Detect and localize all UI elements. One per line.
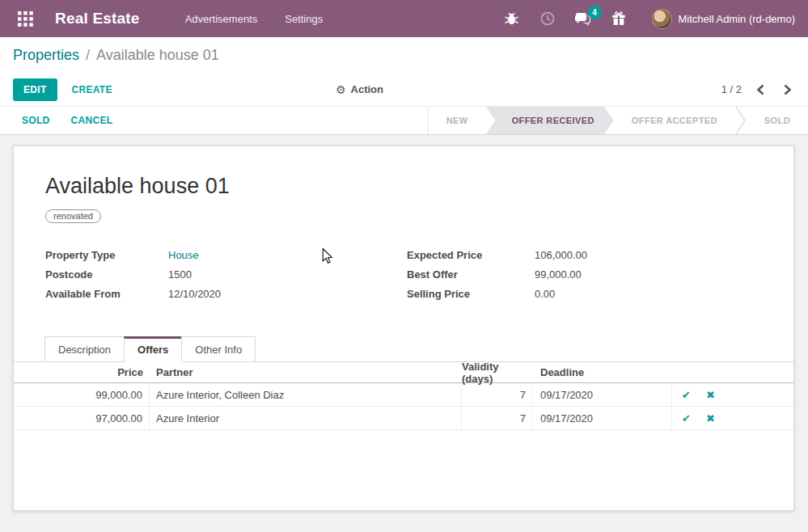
- action-label: Action: [351, 83, 383, 95]
- breadcrumb-current: Available house 01: [96, 47, 219, 64]
- field-postcode: Postcode 1500: [45, 264, 398, 284]
- debug-button[interactable]: [498, 5, 526, 32]
- offers-table-header: Price Partner Validity (days) Deadline: [14, 362, 793, 383]
- field-label: Expected Price: [407, 249, 535, 261]
- offers-table: Price Partner Validity (days) Deadline 9…: [14, 362, 793, 430]
- menu-advertisements[interactable]: Advertisements: [185, 13, 258, 25]
- offer-actions: ✔ ✖: [672, 383, 793, 406]
- tab-offers[interactable]: Offers: [124, 336, 182, 362]
- pager-next-button[interactable]: [780, 81, 795, 99]
- control-panel: EDIT CREATE ⚙ Action 1 / 2: [0, 73, 808, 106]
- field-group-left: Property Type House Postcode 1500 Availa…: [45, 245, 398, 303]
- tab-other-info[interactable]: Other Info: [181, 336, 256, 362]
- chevron-right-icon: [783, 84, 792, 95]
- apps-menu-button[interactable]: [13, 6, 37, 31]
- field-label: Property Type: [45, 249, 168, 261]
- breadcrumb: Properties / Available house 01: [0, 37, 808, 73]
- header-deadline[interactable]: Deadline: [533, 362, 672, 382]
- create-button[interactable]: CREATE: [72, 84, 112, 95]
- offer-row[interactable]: 99,000.00 Azure Interior, Colleen Diaz 7…: [14, 383, 793, 407]
- refuse-offer-icon[interactable]: ✖: [706, 390, 715, 400]
- menu-settings[interactable]: Settings: [285, 13, 323, 25]
- pager-previous-button[interactable]: [753, 81, 768, 99]
- field-expected-price: Expected Price 106,000.00: [407, 245, 759, 264]
- messages-button[interactable]: 4: [569, 5, 597, 32]
- header-validity[interactable]: Validity (days): [462, 362, 533, 382]
- top-navbar: Real Estate Advertisements Settings: [0, 0, 808, 37]
- breadcrumb-separator: /: [86, 47, 90, 64]
- accept-offer-icon[interactable]: ✔: [682, 413, 691, 424]
- field-label: Best Offer: [407, 268, 535, 281]
- messages-count-badge: 4: [588, 6, 602, 19]
- field-label: Available From: [45, 288, 168, 300]
- gift-icon: [611, 11, 626, 26]
- property-type-link[interactable]: House: [168, 249, 199, 261]
- offer-partner: Azure Interior, Colleen Diaz: [150, 383, 462, 406]
- postcode-value: 1500: [168, 268, 192, 281]
- offer-price: 97,000.00: [14, 407, 150, 429]
- accept-offer-icon[interactable]: ✔: [682, 390, 691, 400]
- field-label: Selling Price: [407, 288, 535, 300]
- user-name: Mitchell Admin (rd-demo): [679, 13, 796, 25]
- gift-button[interactable]: [605, 5, 632, 32]
- property-tag[interactable]: renovated: [45, 209, 101, 223]
- form-view: Available house 01 renovated Property Ty…: [0, 135, 808, 511]
- field-label: Postcode: [45, 268, 168, 281]
- navbar-systray: 4 Mitchell Admin (rd-demo): [498, 5, 796, 32]
- stage-new[interactable]: NEW: [429, 107, 486, 134]
- header-actions: [672, 362, 793, 382]
- header-partner[interactable]: Partner: [150, 362, 462, 382]
- cancel-button[interactable]: CANCEL: [71, 115, 113, 126]
- offer-deadline: 09/17/2020: [533, 407, 672, 429]
- offer-price: 99,000.00: [14, 383, 150, 406]
- available-from-value: 12/10/2020: [168, 288, 221, 300]
- app-menus: Advertisements Settings: [185, 13, 324, 25]
- field-property-type: Property Type House: [45, 245, 398, 264]
- user-avatar: [652, 9, 672, 29]
- stage-offer-received[interactable]: OFFER RECEIVED: [486, 107, 614, 134]
- odoo-window: Real Estate Advertisements Settings: [0, 0, 808, 532]
- best-offer-value: 99,000.00: [535, 268, 582, 281]
- record-pager: 1 / 2: [721, 81, 795, 99]
- gear-icon: ⚙: [336, 83, 346, 96]
- stage-offer-accepted[interactable]: OFFER ACCEPTED: [614, 107, 735, 134]
- tab-description[interactable]: Description: [44, 336, 125, 362]
- stage-sold[interactable]: SOLD: [747, 107, 808, 134]
- stage-separator-icon: [735, 107, 747, 134]
- refuse-offer-icon[interactable]: ✖: [706, 413, 715, 424]
- apps-grid-icon: [18, 11, 33, 27]
- offer-validity: 7: [462, 383, 533, 406]
- expected-price-value: 106,000.00: [535, 249, 587, 261]
- breadcrumb-properties-link[interactable]: Properties: [13, 47, 79, 64]
- chevron-left-icon: [756, 84, 765, 95]
- field-group-right: Expected Price 106,000.00 Best Offer 99,…: [407, 245, 759, 303]
- offer-deadline: 09/17/2020: [533, 383, 672, 406]
- app-name[interactable]: Real Estate: [55, 10, 140, 27]
- offer-partner: Azure Interior: [150, 407, 462, 429]
- field-available-from: Available From 12/10/2020: [45, 284, 398, 303]
- field-selling-price: Selling Price 0.00: [407, 284, 759, 303]
- statusbar-buttons: SOLD CANCEL: [22, 107, 112, 134]
- selling-price-value: 0.00: [535, 288, 555, 300]
- header-price[interactable]: Price: [14, 362, 150, 382]
- edit-button[interactable]: EDIT: [13, 78, 57, 101]
- property-title: Available house 01: [45, 173, 762, 199]
- statusbar: SOLD CANCEL NEW OFFER RECEIVED OFFER ACC…: [0, 106, 808, 135]
- stage-pipeline: NEW OFFER RECEIVED OFFER ACCEPTED SOLD: [428, 107, 808, 134]
- user-menu[interactable]: Mitchell Admin (rd-demo): [652, 9, 796, 29]
- offer-row[interactable]: 97,000.00 Azure Interior 7 09/17/2020 ✔ …: [14, 407, 793, 430]
- sold-button[interactable]: SOLD: [22, 115, 50, 126]
- action-menu-button[interactable]: ⚙ Action: [336, 83, 383, 96]
- form-sheet: Available house 01 renovated Property Ty…: [13, 146, 794, 511]
- clock-icon: [540, 11, 555, 26]
- field-groups: Property Type House Postcode 1500 Availa…: [45, 245, 762, 303]
- field-best-offer: Best Offer 99,000.00: [407, 264, 759, 284]
- bug-icon: [505, 12, 518, 26]
- notebook-tabs: Description Offers Other Info: [14, 336, 793, 362]
- offer-validity: 7: [462, 407, 533, 429]
- offer-actions: ✔ ✖: [672, 407, 793, 429]
- activities-button[interactable]: [534, 5, 561, 32]
- pager-count: 1 / 2: [721, 83, 742, 95]
